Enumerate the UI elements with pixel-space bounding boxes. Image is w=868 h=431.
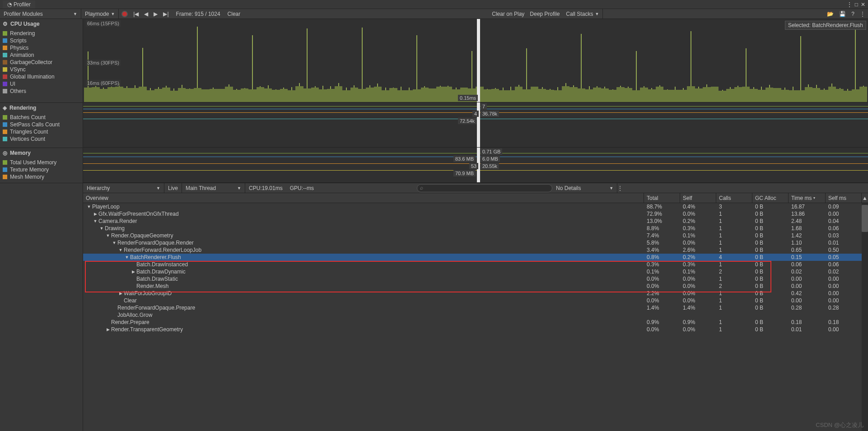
live-toggle[interactable]: Live xyxy=(164,183,182,193)
table-row[interactable]: Batch.DrawStatic0.0%0.0%10 B0.000.00 xyxy=(83,275,868,283)
close-icon[interactable]: ✕ xyxy=(861,1,865,8)
thread-dropdown[interactable]: Main Thread▼ xyxy=(182,183,245,193)
legend-item[interactable]: Vertices Count xyxy=(3,135,80,143)
table-row[interactable]: JobAlloc.Grow xyxy=(83,311,868,319)
rendering-chart[interactable]: 7436.78k72.54k xyxy=(83,102,868,148)
legend-item[interactable]: Global Illumination xyxy=(3,73,80,80)
legend-item[interactable]: Batches Count xyxy=(3,114,80,121)
table-row[interactable]: ▼PlayerLoop88.7%0.4%30 B16.870.09 xyxy=(83,203,868,210)
scrollbar[interactable] xyxy=(862,203,868,431)
cell-calls: 1 xyxy=(716,225,752,232)
cell-self: 0.0% xyxy=(680,326,716,333)
table-row[interactable]: ▼Render.OpaqueGeometry7.4%0.1%10 B1.420.… xyxy=(83,232,868,239)
help-icon[interactable]: ? xyxy=(849,9,857,19)
memory-module[interactable]: ◎Memory Total Used MemoryTexture MemoryM… xyxy=(0,148,83,183)
legend-item[interactable]: Texture Memory xyxy=(3,166,80,173)
cell-self: 0.0% xyxy=(680,211,716,217)
legend-item[interactable]: Scripts xyxy=(3,37,80,44)
foldout-icon[interactable]: ▶ xyxy=(131,269,135,274)
table-row[interactable]: RenderForwardOpaque.Prepare1.4%1.4%10 B0… xyxy=(83,304,868,311)
table-row[interactable]: ▼BatchRenderer.Flush0.8%0.2%40 B0.150.05 xyxy=(83,254,868,261)
foldout-icon[interactable]: ▼ xyxy=(106,233,110,238)
load-icon[interactable]: 📂 xyxy=(824,9,836,19)
table-row[interactable]: ▶Batch.DrawDynamic0.1%0.1%20 B0.020.02 xyxy=(83,268,868,275)
table-row[interactable]: Batch.DrawInstanced0.3%0.3%10 B0.060.06 xyxy=(83,261,868,268)
search-input[interactable] xyxy=(417,184,552,192)
sort-icon[interactable]: ▲ xyxy=(862,195,868,201)
legend-item[interactable]: SetPass Calls Count xyxy=(3,121,80,128)
cpu-module[interactable]: ⚙CPU Usage RenderingScriptsPhysicsAnimat… xyxy=(0,19,83,103)
view-mode-dropdown[interactable]: Hierarchy▼ xyxy=(83,183,164,193)
col-selfms[interactable]: Self ms xyxy=(826,193,862,203)
cell-time: 0.00 xyxy=(789,283,826,289)
cell-self: 2.6% xyxy=(680,247,716,253)
table-row[interactable]: ▶Gfx.WaitForPresentOnGfxThread72.9%0.0%1… xyxy=(83,210,868,218)
table-row[interactable]: ▼Camera.Render13.0%0.2%10 B2.480.04 xyxy=(83,218,868,225)
legend-item[interactable]: Physics xyxy=(3,44,80,51)
memory-icon: ◎ xyxy=(3,150,7,156)
maximize-icon[interactable]: □ xyxy=(855,1,858,8)
col-time[interactable]: Time ms▾ xyxy=(789,193,826,203)
table-row[interactable]: ▶Render.TransparentGeometry0.0%0.0%10 B0… xyxy=(83,326,868,333)
cell-total: 0.8% xyxy=(644,254,680,260)
window-tab[interactable]: ◔ Profiler xyxy=(3,0,35,9)
rendering-module[interactable]: ◈Rendering Batches CountSetPass Calls Co… xyxy=(0,103,83,148)
legend-item[interactable]: Animation xyxy=(3,51,80,59)
row-name: Batch.DrawStatic xyxy=(136,276,178,282)
col-total[interactable]: Total xyxy=(644,193,680,203)
profiler-modules-dropdown[interactable]: Profiler Modules▼ xyxy=(0,9,81,19)
legend-item[interactable]: Triangles Count xyxy=(3,128,80,135)
record-button[interactable] xyxy=(119,9,131,19)
frame-cursor[interactable] xyxy=(477,19,480,102)
table-row[interactable]: ▼RenderForward.RenderLoopJob3.4%2.6%10 B… xyxy=(83,246,868,254)
menu-icon[interactable]: ⋮ xyxy=(857,9,868,19)
deep-profile-button[interactable]: Deep Profile xyxy=(527,9,562,19)
legend-item[interactable]: Others xyxy=(3,88,80,95)
legend-item[interactable]: UI xyxy=(3,80,80,88)
frame-last-button[interactable]: ▶| xyxy=(160,9,171,19)
foldout-icon[interactable]: ▼ xyxy=(93,219,98,223)
cpu-chart[interactable]: 66ms (15FPS)33ms (30FPS)16ms (60FPS) 0.1… xyxy=(83,19,868,102)
foldout-icon[interactable]: ▼ xyxy=(125,255,129,260)
save-icon[interactable]: 💾 xyxy=(836,9,849,19)
frame-first-button[interactable]: |◀ xyxy=(131,9,141,19)
foldout-icon[interactable]: ▼ xyxy=(118,248,123,252)
cell-gc: 0 B xyxy=(752,211,789,217)
scroll-thumb[interactable] xyxy=(862,205,868,232)
memory-chart[interactable]: 0.71 GB83.6 MB6.0 MB5320.55k70.9 MB xyxy=(83,148,868,183)
foldout-icon[interactable]: ▶ xyxy=(118,291,123,296)
table-row[interactable]: ▼RenderForwardOpaque.Render5.8%0.0%10 B1… xyxy=(83,239,868,246)
table-row[interactable]: ▶WaitForJobGroupID2.2%0.0%10 B0.420.00 xyxy=(83,290,868,297)
call-stacks-dropdown[interactable]: Call Stacks▼ xyxy=(562,9,603,19)
menu-icon[interactable]: ⋮ xyxy=(847,1,852,8)
foldout-icon[interactable]: ▶ xyxy=(93,212,98,216)
cell-time: 0.18 xyxy=(789,319,826,325)
legend-item[interactable]: Rendering xyxy=(3,30,80,37)
col-self[interactable]: Self xyxy=(680,193,716,203)
details-dropdown[interactable]: No Details▼ xyxy=(552,183,617,193)
col-calls[interactable]: Calls xyxy=(716,193,752,203)
legend-item[interactable]: Total Used Memory xyxy=(3,159,80,166)
table-row[interactable]: ▼Drawing8.8%0.3%10 B1.680.06 xyxy=(83,225,868,232)
foldout-icon[interactable]: ▼ xyxy=(87,204,91,209)
frame-next-button[interactable]: ▶ xyxy=(151,9,160,19)
col-gc[interactable]: GC Alloc xyxy=(752,193,789,203)
module-title: Memory xyxy=(10,150,31,156)
cell-self: 0.2% xyxy=(680,254,716,260)
clear-on-play-button[interactable]: Clear on Play xyxy=(489,9,527,19)
legend-item[interactable]: VSync xyxy=(3,66,80,73)
legend-item[interactable]: Mesh Memory xyxy=(3,173,80,181)
playmode-dropdown[interactable]: Playmode▼ xyxy=(81,9,119,19)
foldout-icon[interactable]: ▶ xyxy=(106,327,110,332)
foldout-icon[interactable]: ▼ xyxy=(112,241,117,245)
frame-cursor[interactable] xyxy=(477,102,480,147)
table-row[interactable]: Render.Prepare0.9%0.9%10 B0.180.18 xyxy=(83,319,868,326)
table-row[interactable]: Render.Mesh0.0%0.0%20 B0.000.00 xyxy=(83,283,868,290)
col-overview[interactable]: Overview xyxy=(83,193,644,203)
table-row[interactable]: Clear0.0%0.0%10 B0.000.00 xyxy=(83,297,868,304)
legend-item[interactable]: GarbageCollector xyxy=(3,59,80,66)
menu-icon[interactable]: ⋮ xyxy=(617,185,623,191)
clear-button[interactable]: Clear xyxy=(225,9,243,19)
foldout-icon[interactable]: ▼ xyxy=(99,226,104,231)
frame-prev-button[interactable]: ◀ xyxy=(141,9,151,19)
